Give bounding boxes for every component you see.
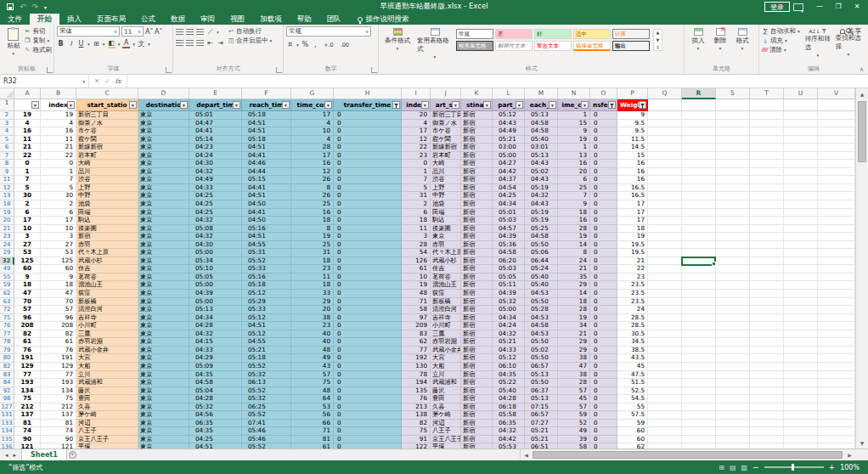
cell-B55[interactable]: 9 [41,274,76,282]
header-cell-I1[interactable]: index▾ [402,99,431,111]
cell-H12[interactable]: 0 [334,184,402,193]
cell-R12[interactable] [682,184,716,193]
cell-K83[interactable]: 新宿 [461,371,493,380]
scroll-down-icon[interactable]: ▼ [856,437,868,449]
cell-U79[interactable] [784,347,818,355]
cell-G84[interactable]: 75 [291,379,334,387]
cell-S75[interactable] [716,314,750,323]
cell-H76[interactable]: 0 [334,322,402,330]
cell-M29[interactable]: 05:06 [525,249,558,257]
cell-U127[interactable] [784,403,818,412]
row-header-4[interactable]: 4 [0,127,14,136]
row-header-12[interactable]: 12 [0,184,14,193]
cell-J13[interactable]: 中野 [431,192,461,200]
cell-C11[interactable]: 渋谷 [76,176,138,184]
cell-H98[interactable]: 0 [334,395,402,403]
gallery-down-icon[interactable]: ▼ [654,37,662,42]
cell-K4[interactable]: 新宿 [461,127,493,136]
cell-V11[interactable] [818,176,855,184]
row-header-3[interactable]: 3 [0,120,14,128]
cell-C9[interactable]: 品川 [76,168,138,177]
cell-K59[interactable]: 新宿 [461,281,493,290]
header-cell-U1[interactable] [784,99,818,111]
cell-U8[interactable] [784,160,818,168]
cell-E83[interactable]: 04:35 [189,371,242,380]
cell-A80[interactable]: 191 [14,354,41,363]
cell-D76[interactable]: 東京 [138,322,189,330]
cell-D78[interactable]: 東京 [138,338,189,347]
page-break-view-icon[interactable]: ▥ [741,464,747,471]
cell-V19[interactable] [818,209,855,217]
cell-T21[interactable] [750,225,784,234]
cell-S23[interactable] [716,233,750,241]
cell-S131[interactable] [716,411,750,420]
font-name-select[interactable]: 宋体∨ [57,26,120,37]
cell-R82[interactable] [682,363,716,371]
cell-H6[interactable]: 0 [334,144,402,152]
cell-P7[interactable]: 15 [617,152,648,161]
cell-J59[interactable]: 溜池山王 [431,281,461,290]
cell-U78[interactable] [784,338,818,347]
cell-J6[interactable]: 新線新宿 [431,144,461,152]
cell-L20[interactable]: 05:03 [493,217,525,225]
zoom-out-icon[interactable]: − [752,463,759,471]
row-header-131[interactable]: 131 [0,411,14,420]
row-header-92[interactable]: 92 [0,387,14,396]
cell-style-检查单元格[interactable]: 检查单元格 [456,41,493,51]
cell-P77[interactable]: 30.5 [617,330,648,339]
cell-C49[interactable]: 住吉 [76,265,138,274]
cell-M75[interactable]: 04:53 [525,314,558,323]
cell-R133[interactable] [682,420,716,428]
cell-S20[interactable] [716,217,750,225]
bottom-align-icon[interactable] [196,29,204,35]
ribbon-display-options-icon[interactable] [793,3,803,11]
cell-A49[interactable]: 60 [14,265,41,274]
zoom-slider[interactable] [764,466,824,468]
cell-T18[interactable] [750,200,784,209]
column-header-D[interactable]: D [138,88,189,99]
cell-Q72[interactable] [648,306,682,314]
cell-F75[interactable]: 05:12 [242,314,291,323]
cell-E76[interactable]: 04:28 [189,322,242,330]
cell-U49[interactable] [784,265,818,274]
decrease-decimal-icon[interactable]: .00 [338,42,352,48]
cell-A62[interactable]: 47 [14,290,41,298]
cell-F77[interactable]: 05:12 [242,330,291,339]
cell-U32[interactable] [784,257,818,266]
cell-U2[interactable] [784,111,818,120]
cell-I84[interactable]: 194 [402,379,431,387]
cell-F83[interactable]: 05:32 [242,371,291,380]
cell-B75[interactable]: 96 [41,314,76,323]
cell-O29[interactable]: 0 [590,249,617,257]
cell-F92[interactable]: 05:52 [242,387,291,396]
cell-D29[interactable]: 東京 [138,249,189,257]
column-header-O[interactable]: O [590,88,617,99]
cell-L62[interactable]: 04:39 [493,290,525,298]
fill-color-icon[interactable]: ◧ [108,39,116,48]
column-header-A[interactable]: A [14,88,41,99]
cell-U9[interactable] [784,168,818,177]
cell-R80[interactable] [682,354,716,363]
cell-E5[interactable]: 05:14 [189,136,242,144]
cell-H131[interactable]: 0 [334,411,402,420]
cell-B76[interactable]: 208 [41,322,76,330]
cell-A9[interactable]: 1 [14,168,41,177]
cell-B19[interactable]: 6 [41,209,76,217]
cell-F62[interactable]: 05:12 [242,290,291,298]
cell-U29[interactable] [784,249,818,257]
cell-J18[interactable]: 池袋 [431,200,461,209]
cell-G92[interactable]: 48 [291,387,334,396]
cell-O5[interactable]: 0 [590,136,617,144]
cell-M20[interactable]: 05:19 [525,217,558,225]
cell-H134[interactable]: 0 [334,427,402,436]
grow-font-icon[interactable]: A˄ [145,28,153,36]
insert-cells-button[interactable]: 插入▾ [687,26,709,51]
cell-A83[interactable]: 77 [14,371,41,380]
fill-button[interactable]: ⤓填充▾ [762,36,800,45]
cell-P62[interactable]: 23.5 [617,290,648,298]
cell-N29[interactable]: 8 [558,249,590,257]
bold-button[interactable]: B [57,40,65,48]
cell-U21[interactable] [784,225,818,234]
cell-B80[interactable]: 191 [41,354,76,363]
cell-N21[interactable]: 28 [558,225,590,234]
